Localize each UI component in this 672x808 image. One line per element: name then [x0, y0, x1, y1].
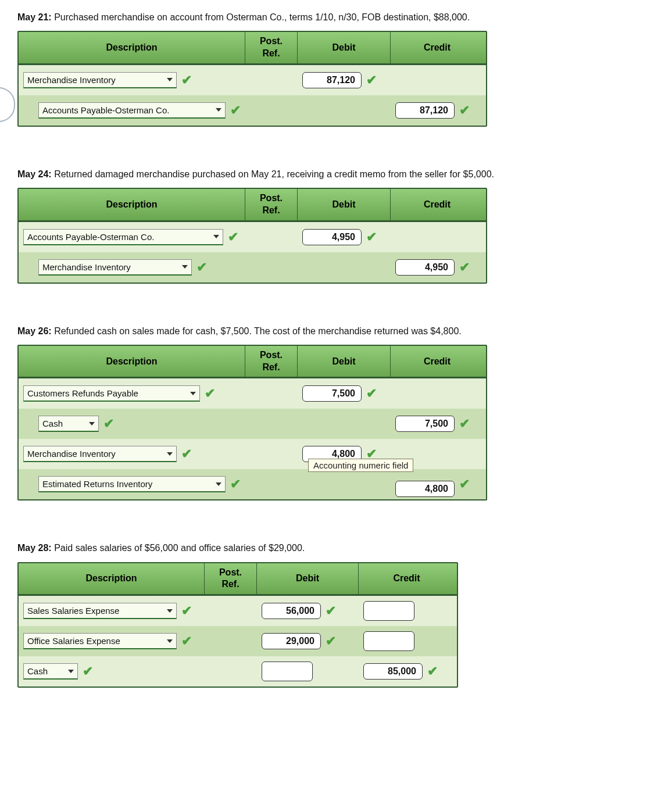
entry-prompt: May 26: Refunded cash on sales made for … [17, 324, 655, 338]
header-post-ref-label: Post. Ref. [260, 35, 283, 60]
description-cell: Cash✔ [19, 409, 245, 439]
entry-prompt: May 21: Purchased merchandise on account… [17, 10, 655, 24]
journal-table: DescriptionPost. Ref.DebitCreditSales Sa… [17, 562, 458, 688]
entry-text: Refunded cash on sales made for cash, $7… [54, 326, 462, 336]
credit-input[interactable]: 85,000 [363, 663, 423, 680]
credit-cell [391, 378, 484, 409]
account-select-value: Merchandise Inventory [27, 449, 116, 459]
journal-header: DescriptionPost. Ref.DebitCredit [19, 189, 486, 222]
account-select[interactable]: Merchandise Inventory [23, 72, 177, 88]
entry-prompt: May 28: Paid sales salaries of $56,000 a… [17, 541, 655, 555]
debit-input[interactable]: 29,000 [262, 633, 321, 649]
debit-cell [298, 252, 391, 283]
credit-cell [359, 596, 455, 626]
journal-row: Estimated Returns Inventory✔Accounting n… [19, 469, 486, 499]
account-select[interactable]: Accounts Payable-Osterman Co. [38, 102, 226, 119]
credit-input[interactable]: 4,950 [395, 259, 455, 276]
header-post-ref-label: Post. Ref. [219, 567, 242, 591]
credit-input[interactable]: 7,500 [395, 416, 455, 432]
journal-row: Customers Refunds Payable✔7,500✔ [19, 378, 486, 409]
journal-row: Cash✔7,500✔ [19, 409, 486, 439]
entry-date: May 24: [17, 169, 52, 179]
account-select-value: Cash [27, 666, 48, 676]
account-select-value: Sales Salaries Expense [27, 606, 119, 616]
account-select[interactable]: Office Salaries Expense [23, 633, 177, 649]
check-icon: ✔ [181, 605, 192, 617]
account-select[interactable]: Merchandise Inventory [23, 446, 177, 462]
journal-row: Merchandise Inventory✔4,800✔ [19, 439, 486, 469]
credit-input[interactable]: 87,120 [395, 102, 455, 119]
description-cell: Merchandise Inventory✔ [19, 65, 245, 95]
account-select-value: Office Salaries Expense [27, 636, 120, 646]
debit-cell [257, 656, 359, 687]
debit-cell: 29,000✔ [257, 626, 359, 656]
account-select[interactable]: Cash [38, 416, 99, 432]
description-cell: Customers Refunds Payable✔ [19, 378, 245, 409]
account-select[interactable]: Sales Salaries Expense [23, 603, 177, 619]
account-select[interactable]: Estimated Returns Inventory [38, 476, 226, 492]
header-debit-label: Debit [333, 356, 356, 367]
page-curl-decoration [0, 87, 15, 122]
journal-row: Merchandise Inventory✔4,950✔ [19, 252, 486, 283]
chevron-down-icon [216, 482, 221, 486]
header-description: Description [19, 32, 245, 63]
header-description: Description [19, 346, 245, 377]
description-cell: Merchandise Inventory✔ [19, 439, 245, 469]
description-cell: Accounts Payable-Osterman Co.✔ [19, 222, 245, 252]
chevron-down-icon [190, 392, 196, 395]
header-post-ref: Post. Ref. [245, 32, 298, 63]
post-ref-cell [245, 95, 298, 126]
account-select-value: Estimated Returns Inventory [42, 479, 152, 489]
post-ref-cell [245, 252, 298, 283]
header-debit: Debit [257, 563, 359, 595]
credit-input[interactable]: 4,800 [395, 481, 455, 497]
header-debit: Debit [298, 346, 391, 377]
header-credit-label: Credit [424, 356, 451, 367]
account-select[interactable]: Cash [23, 663, 78, 680]
chevron-down-icon [182, 265, 188, 269]
header-description-label: Description [106, 356, 157, 367]
journal-header: DescriptionPost. Ref.DebitCredit [19, 563, 457, 596]
chevron-down-icon [216, 108, 221, 112]
journal-row: Office Salaries Expense✔29,000✔ [19, 626, 457, 656]
debit-input[interactable]: 4,950 [302, 229, 362, 245]
check-icon: ✔ [459, 104, 470, 117]
account-select[interactable]: Accounts Payable-Osterman Co. [23, 229, 223, 245]
entry-date: May 26: [17, 326, 52, 336]
account-select-value: Cash [42, 419, 63, 428]
debit-input[interactable]: 56,000 [262, 603, 321, 619]
chevron-down-icon [68, 670, 74, 673]
debit-cell [298, 409, 391, 439]
account-select[interactable]: Customers Refunds Payable [23, 385, 200, 402]
check-icon: ✔ [230, 478, 241, 491]
account-select[interactable]: Merchandise Inventory [38, 259, 192, 276]
chevron-down-icon [89, 422, 95, 426]
debit-input[interactable]: 7,500 [302, 385, 362, 402]
description-cell: Office Salaries Expense✔ [19, 626, 205, 656]
debit-cell: 4,950✔ [298, 222, 391, 252]
journal-header: DescriptionPost. Ref.DebitCredit [19, 346, 486, 379]
header-debit: Debit [298, 32, 391, 63]
header-credit: Credit [391, 346, 484, 377]
header-description-label: Description [106, 199, 157, 210]
journal-row: Merchandise Inventory✔87,120✔ [19, 65, 486, 95]
check-icon: ✔ [228, 231, 238, 244]
post-ref-cell [245, 222, 298, 252]
header-credit-label: Credit [393, 573, 420, 584]
account-select-value: Merchandise Inventory [42, 262, 131, 272]
chevron-down-icon [167, 639, 173, 643]
entry-date: May 28: [17, 543, 52, 553]
debit-input[interactable] [262, 662, 313, 681]
credit-input[interactable] [363, 601, 414, 621]
credit-input[interactable] [363, 631, 414, 651]
journal-header: DescriptionPost. Ref.DebitCredit [19, 32, 486, 65]
header-credit: Credit [391, 32, 484, 63]
journal-row: Accounts Payable-Osterman Co.✔87,120✔ [19, 95, 486, 126]
check-icon: ✔ [459, 261, 470, 274]
header-post-ref-label: Post. Ref. [260, 192, 283, 217]
check-icon: ✔ [427, 665, 438, 678]
check-icon: ✔ [205, 387, 215, 400]
header-debit-label: Debit [296, 573, 319, 584]
post-ref-cell [245, 439, 298, 469]
debit-input[interactable]: 87,120 [302, 72, 362, 88]
